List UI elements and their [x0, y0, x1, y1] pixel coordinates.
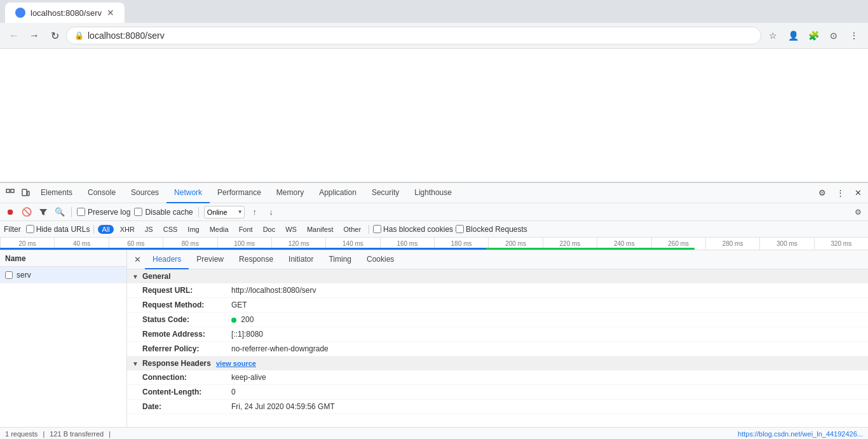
record-button[interactable]: ⏺	[4, 206, 17, 219]
devtools-panel-toolbar: Elements Console Sources Network Perform…	[0, 183, 868, 203]
timeline-progress	[0, 248, 695, 250]
detail-tabs: ✕ Headers Preview Response Initiator Tim…	[127, 250, 868, 269]
filter-type-img[interactable]: Img	[184, 225, 203, 234]
devtools-close-button[interactable]: ✕	[850, 186, 865, 201]
reload-button[interactable]: ↻	[46, 27, 64, 44]
row-connection: Connection: keep-alive	[127, 370, 868, 385]
filter-type-ws[interactable]: WS	[281, 225, 301, 234]
row-referrer-policy: Referrer Policy: no-referrer-when-downgr…	[127, 342, 868, 356]
devtools-settings-button[interactable]: ⚙	[815, 186, 830, 201]
filter-type-font[interactable]: Font	[235, 225, 257, 234]
svg-rect-3	[27, 191, 29, 196]
filter-type-doc[interactable]: Doc	[259, 225, 280, 234]
tab-console[interactable]: Console	[80, 183, 123, 203]
inspect-element-button[interactable]	[3, 186, 18, 201]
tab-application[interactable]: Application	[311, 183, 364, 203]
hide-data-urls-label[interactable]: Hide data URLs	[26, 225, 90, 234]
tab-performance[interactable]: Performance	[210, 183, 269, 203]
hide-data-urls-checkbox[interactable]	[26, 225, 34, 233]
separator2: |	[109, 430, 111, 438]
active-tab[interactable]: localhost:8080/serv ✕	[5, 3, 125, 23]
menu-button[interactable]: ⋮	[845, 27, 863, 44]
device-toolbar-button[interactable]	[18, 186, 33, 201]
preserve-log-label[interactable]: Preserve log	[77, 208, 130, 217]
filter-type-manifest[interactable]: Manifest	[303, 225, 337, 234]
detail-tab-timing[interactable]: Timing	[321, 250, 359, 269]
filter-type-xhr[interactable]: XHR	[116, 225, 139, 234]
extensions-button[interactable]: 🧩	[804, 27, 822, 44]
filter-type-js[interactable]: JS	[141, 225, 157, 234]
address-bar[interactable]: 🔒 localhost:8080/serv	[66, 27, 761, 44]
detail-tab-initiator[interactable]: Initiator	[281, 250, 321, 269]
detail-tab-response[interactable]: Response	[231, 250, 281, 269]
page-content	[0, 49, 868, 182]
remote-address-val: [::1]:8080	[231, 330, 263, 339]
disable-cache-label[interactable]: Disable cache	[134, 208, 193, 217]
tick-320ms: 320 ms	[814, 238, 868, 250]
request-list: Name serv	[0, 250, 127, 427]
status-dot	[231, 318, 236, 323]
disable-cache-checkbox[interactable]	[134, 208, 142, 216]
filter-type-media[interactable]: Media	[206, 225, 233, 234]
referrer-policy-key: Referrer Policy:	[142, 344, 231, 353]
throttle-select[interactable]: Online Fast 3G Slow 3G Offline	[204, 206, 245, 219]
tab-title: localhost:8080/serv	[31, 8, 102, 18]
has-blocked-cookies-checkbox[interactable]	[373, 225, 381, 233]
tab-favicon	[15, 8, 25, 18]
back-button[interactable]: ←	[5, 27, 23, 44]
address-text: localhost:8080/serv	[88, 30, 165, 41]
filter-type-other[interactable]: Other	[340, 225, 365, 234]
general-section-title: General	[142, 272, 171, 281]
filter-type-all[interactable]: All	[98, 225, 113, 234]
devtools-more-button[interactable]: ⋮	[832, 186, 848, 201]
devtools: Elements Console Sources Network Perform…	[0, 182, 868, 439]
status-code-val: 200	[231, 315, 254, 324]
view-source-link[interactable]: view source	[216, 360, 256, 367]
detail-tab-cookies[interactable]: Cookies	[359, 250, 402, 269]
response-headers-section-header[interactable]: ▼ Response Headers view source	[127, 356, 868, 370]
tab-memory[interactable]: Memory	[269, 183, 311, 203]
clear-button[interactable]: 🚫	[20, 206, 33, 219]
tab-elements[interactable]: Elements	[33, 183, 80, 203]
response-headers-arrow: ▼	[132, 360, 139, 367]
blocked-requests-label[interactable]: Blocked Requests	[456, 225, 527, 234]
profile-button[interactable]: 👤	[784, 27, 802, 44]
preserve-log-checkbox[interactable]	[77, 208, 85, 216]
network-settings-button[interactable]: ⚙	[851, 206, 864, 219]
filter-type-css[interactable]: CSS	[159, 225, 182, 234]
svg-rect-0	[6, 189, 10, 192]
detail-tab-headers[interactable]: Headers	[145, 250, 189, 269]
detail-close-button[interactable]: ✕	[130, 252, 145, 267]
detail-content: ▼ General Request URL: http://localhost:…	[127, 269, 868, 427]
response-headers-title: Response Headers	[142, 359, 211, 368]
tab-close-icon[interactable]: ✕	[107, 8, 114, 18]
network-toolbar: ⏺ 🚫 🔍 Preserve log Disable cache Online …	[0, 203, 868, 221]
bookmark-button[interactable]: ☆	[764, 27, 782, 44]
devtools-toolbar-icons: ⚙ ⋮ ✕	[815, 186, 865, 201]
search-button[interactable]: 🔍	[53, 206, 66, 219]
export-har-button[interactable]: ↓	[265, 206, 278, 219]
account-button[interactable]: ⊙	[825, 27, 843, 44]
request-method-key: Request Method:	[142, 301, 231, 309]
filter-label: Filter	[4, 225, 21, 234]
general-section-header[interactable]: ▼ General	[127, 269, 868, 283]
separator: |	[43, 430, 44, 438]
forward-button[interactable]: →	[25, 27, 43, 44]
import-har-button[interactable]: ↑	[248, 206, 261, 219]
referrer-policy-val: no-referrer-when-downgrade	[231, 344, 329, 353]
connection-key: Connection:	[142, 373, 231, 382]
request-name-serv: serv	[17, 271, 31, 280]
filter-toggle-button[interactable]	[37, 206, 50, 219]
has-blocked-cookies-label[interactable]: Has blocked cookies	[373, 225, 453, 234]
tab-security[interactable]: Security	[364, 183, 407, 203]
network-content: Name serv ✕ Headers Preview Response Ini…	[0, 250, 868, 427]
detail-tab-preview[interactable]: Preview	[189, 250, 231, 269]
tab-network[interactable]: Network	[166, 183, 210, 203]
request-checkbox-serv[interactable]	[5, 271, 13, 279]
request-item-serv[interactable]: serv	[0, 267, 126, 283]
tab-sources[interactable]: Sources	[123, 183, 166, 203]
blocked-requests-checkbox[interactable]	[456, 225, 464, 233]
bottom-url: https://blog.csdn.net/wei_ln_44192426...	[738, 430, 863, 438]
row-request-method: Request Method: GET	[127, 298, 868, 313]
tab-lighthouse[interactable]: Lighthouse	[407, 183, 459, 203]
